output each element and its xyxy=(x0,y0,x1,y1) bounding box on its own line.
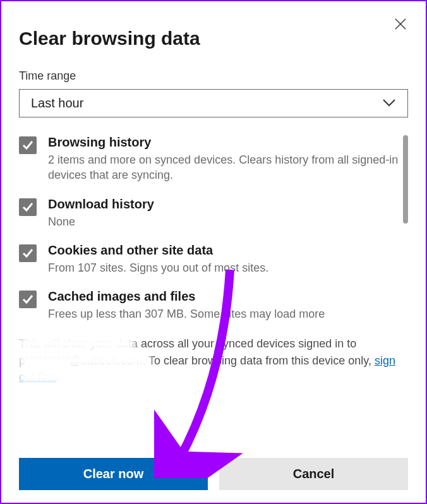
checkbox-browsing-history[interactable] xyxy=(19,136,37,154)
redaction-overlay xyxy=(19,335,135,352)
list-item: Browsing history 2 items and more on syn… xyxy=(19,135,408,183)
item-title: Browsing history xyxy=(48,135,399,150)
item-title: Cached images and files xyxy=(48,289,399,304)
dialog-title: Clear browsing data xyxy=(19,28,408,49)
checkbox-download-history[interactable] xyxy=(19,198,37,216)
time-range-label: Time range xyxy=(19,69,408,83)
chevron-down-icon xyxy=(382,96,396,111)
list-item: Cookies and other site data From 107 sit… xyxy=(19,243,408,275)
item-desc: 2 items and more on synced devices. Clea… xyxy=(48,152,399,183)
checkbox-cookies[interactable] xyxy=(19,244,37,262)
list-item: Cached images and files Frees up less th… xyxy=(19,289,408,321)
list-item: Download history None xyxy=(19,197,408,229)
cancel-button[interactable]: Cancel xyxy=(219,458,408,490)
scrollbar-thumb[interactable] xyxy=(403,135,408,224)
time-range-select[interactable]: Last hour xyxy=(19,89,408,117)
item-title: Cookies and other site data xyxy=(48,243,399,258)
redaction-overlay xyxy=(19,352,150,368)
item-desc: From 107 sites. Signs you out of most si… xyxy=(48,260,399,275)
clear-now-button[interactable]: Clear now xyxy=(19,458,208,490)
redaction-overlay xyxy=(19,368,99,385)
checkbox-cached[interactable] xyxy=(19,291,37,308)
time-range-value: Last hour xyxy=(31,96,83,111)
sync-info-text: This will clear your data across all you… xyxy=(19,335,408,385)
item-desc: Frees up less than 307 MB. Some sites ma… xyxy=(48,306,399,321)
item-desc: None xyxy=(48,214,399,229)
item-title: Download history xyxy=(48,197,399,212)
